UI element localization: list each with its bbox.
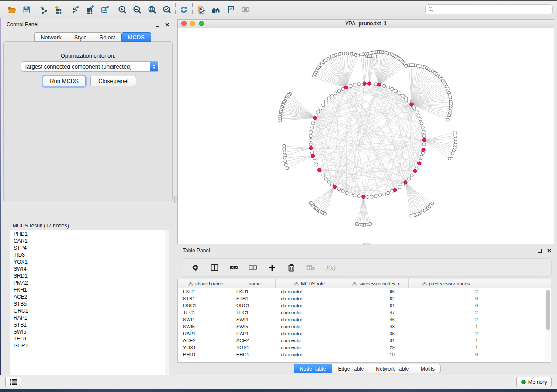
show-details-eye-button bbox=[238, 3, 253, 17]
zoom-fit-button[interactable] bbox=[145, 3, 159, 17]
panel-selector-button[interactable] bbox=[5, 377, 21, 387]
tab-mcds[interactable]: MCDS bbox=[121, 32, 151, 42]
table-row[interactable]: SWI5 SWI5 connector 43 1 bbox=[178, 323, 551, 330]
satellite-nodes[interactable] bbox=[279, 50, 457, 226]
select-stepper-icon[interactable]: ▲▼ bbox=[150, 62, 158, 71]
open-session-button[interactable] bbox=[4, 3, 19, 17]
column-header-name[interactable]: name bbox=[234, 279, 276, 288]
mcds-result-item[interactable]: ACE2 bbox=[10, 293, 169, 300]
delete-column-button[interactable] bbox=[287, 261, 296, 274]
function-builder-button: f(x) bbox=[325, 261, 339, 274]
save-session-icon bbox=[22, 5, 31, 14]
import-network-button[interactable] bbox=[36, 3, 51, 17]
table-row[interactable]: RAP1 RAP1 dominator 35 2 bbox=[178, 330, 551, 337]
toolbar-separator bbox=[192, 3, 193, 16]
table-panel-titlebar: Table Panel ✕ bbox=[177, 245, 557, 256]
close-panel-button[interactable]: Close panel bbox=[90, 76, 136, 86]
tab-motifs[interactable]: Motifs bbox=[415, 364, 441, 373]
network-view-window: YPA_prune.txt_1 bbox=[177, 19, 554, 244]
optimization-criterion-select[interactable]: largest connected component (undirected)… bbox=[21, 61, 159, 72]
column-label: predecessor nodes bbox=[429, 281, 470, 286]
table-scrollbar-thumb[interactable] bbox=[546, 290, 550, 330]
mcds-result-item[interactable]: STP4 bbox=[10, 244, 169, 251]
table-row[interactable]: PHD1 PHD1 dominator 18 0 bbox=[178, 351, 551, 358]
clone-network-button[interactable] bbox=[194, 3, 208, 17]
network-canvas[interactable] bbox=[178, 28, 554, 244]
control-panel-tabs: NetworkStyleSelectMCDS bbox=[34, 32, 151, 42]
export-image-button[interactable] bbox=[98, 3, 113, 17]
mcds-result-group: MCDS result (17 nodes) PHD1CAR1STP4TID3Y… bbox=[7, 226, 172, 388]
mcds-list-scrollbar[interactable] bbox=[165, 230, 169, 384]
mcds-result-item[interactable]: SWI4 bbox=[10, 265, 169, 272]
table-row[interactable]: SWI4 SWI4 dominator 46 2 bbox=[178, 316, 551, 323]
run-mcds-button[interactable]: Run MCDS bbox=[43, 76, 86, 86]
vertical-splitter-handle[interactable] bbox=[174, 196, 177, 203]
mcds-result-item[interactable]: GCR1 bbox=[10, 342, 169, 349]
network-window-titlebar[interactable]: YPA_prune.txt_1 bbox=[178, 20, 554, 28]
mcds-result-list[interactable]: PHD1CAR1STP4TID3YOX1SWI4SRD1PMA2FKH1ACE2… bbox=[10, 230, 169, 385]
tab-network-table[interactable]: Network Table bbox=[370, 364, 415, 373]
mcds-result-item[interactable]: YOX1 bbox=[10, 258, 169, 265]
float-table-panel-icon[interactable] bbox=[538, 249, 542, 253]
fan-edges bbox=[280, 52, 456, 225]
tab-select[interactable]: Select bbox=[93, 32, 121, 42]
memory-button[interactable]: Memory bbox=[516, 377, 552, 387]
column-header-shared-name[interactable]: shared name bbox=[178, 279, 234, 288]
refresh-layout-button[interactable] bbox=[176, 3, 191, 17]
import-table-icon bbox=[54, 5, 63, 14]
table-scrollbar[interactable] bbox=[545, 289, 550, 362]
network-edges bbox=[311, 83, 424, 197]
close-table-panel-icon[interactable]: ✕ bbox=[547, 249, 552, 253]
table-row[interactable]: STB1 STB1 dominator 62 0 bbox=[178, 295, 551, 302]
table-row[interactable]: ACE2 ACE2 connector 31 1 bbox=[178, 337, 551, 344]
table-row[interactable]: YOX1 YOX1 connector 29 1 bbox=[178, 344, 551, 351]
column-header-MCDS-role[interactable]: MCDS role bbox=[276, 279, 343, 288]
column-header-successor-nodes[interactable]: successor nodes▾ bbox=[343, 279, 409, 288]
tab-style[interactable]: Style bbox=[68, 32, 93, 42]
zoom-fit-icon bbox=[148, 5, 156, 14]
tab-network[interactable]: Network bbox=[34, 32, 68, 42]
mcds-result-item[interactable]: TEC1 bbox=[10, 335, 169, 342]
zoom-selected-button[interactable] bbox=[159, 3, 174, 17]
mcds-result-item[interactable]: PHD1 bbox=[10, 230, 169, 237]
tab-node-table[interactable]: Node Table bbox=[294, 364, 332, 373]
search-input[interactable] bbox=[436, 7, 550, 13]
mcds-result-item[interactable]: FKH1 bbox=[10, 286, 169, 293]
zoom-in-button[interactable] bbox=[115, 3, 130, 17]
graphics-details-button[interactable] bbox=[223, 3, 238, 17]
network-graph[interactable] bbox=[178, 28, 554, 244]
zoom-in-icon bbox=[118, 5, 127, 14]
table-row[interactable]: FKH1 FKH1 dominator 96 2 bbox=[178, 288, 551, 295]
close-panel-icon[interactable]: ✕ bbox=[165, 23, 170, 27]
table-panel-title: Table Panel bbox=[183, 248, 210, 254]
mcds-result-item[interactable]: STB5 bbox=[10, 300, 169, 307]
export-network-button[interactable] bbox=[68, 3, 83, 17]
columns-button[interactable] bbox=[210, 261, 219, 274]
mcds-result-item[interactable]: TID3 bbox=[10, 251, 169, 258]
search-box[interactable] bbox=[425, 4, 553, 14]
export-table-button[interactable] bbox=[83, 3, 98, 17]
mcds-result-item[interactable]: PMA2 bbox=[10, 279, 169, 286]
mcds-result-item[interactable]: SRD1 bbox=[10, 272, 169, 279]
first-neighbors-button[interactable] bbox=[208, 3, 223, 17]
mcds-result-item[interactable]: CAR1 bbox=[10, 237, 169, 244]
deselect-all-button[interactable] bbox=[249, 261, 257, 274]
zoom-out-button[interactable] bbox=[130, 3, 145, 17]
import-table-button[interactable] bbox=[51, 3, 66, 17]
table-row[interactable]: TEC1 TEC1 connector 47 2 bbox=[178, 309, 551, 316]
refresh-layout-icon bbox=[180, 5, 188, 14]
mcds-result-item[interactable]: ORC1 bbox=[10, 307, 169, 314]
select-all-button[interactable] bbox=[229, 261, 238, 274]
tab-edge-table[interactable]: Edge Table bbox=[332, 364, 370, 373]
column-header-predecessor-nodes[interactable]: predecessor nodes bbox=[409, 279, 483, 288]
optimization-criterion-label: Optimization criterion: bbox=[4, 52, 172, 59]
table-row[interactable]: ORC1 ORC1 dominator 61 0 bbox=[178, 302, 551, 309]
float-panel-icon[interactable] bbox=[156, 23, 159, 27]
save-session-button[interactable] bbox=[19, 3, 34, 17]
mcds-result-item[interactable]: STB1 bbox=[10, 321, 169, 328]
mcds-result-item[interactable]: SWI5 bbox=[10, 328, 169, 335]
gear-button[interactable] bbox=[191, 261, 200, 274]
mcds-result-item[interactable]: RAP1 bbox=[10, 314, 169, 321]
add-column-button[interactable] bbox=[268, 261, 277, 274]
delete-column-icon bbox=[287, 263, 296, 272]
